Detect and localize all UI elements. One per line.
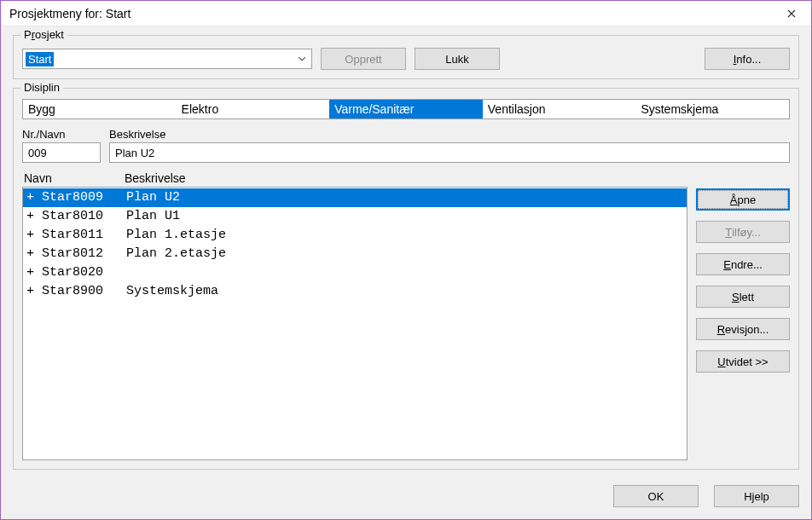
slett-button[interactable]: Slett xyxy=(696,286,790,308)
dialog-footer: OK Hjelp xyxy=(1,477,811,519)
file-list[interactable]: + Star8009 Plan U2+ Star8010 Plan U1+ St… xyxy=(22,187,687,460)
list-item[interactable]: + Star8009 Plan U2 xyxy=(23,188,687,207)
disiplin-tabs: ByggElektroVarme/SanitærVentilasjonSyste… xyxy=(22,99,790,119)
disiplin-tab[interactable]: Bygg xyxy=(23,100,177,118)
prosjekt-value: Start xyxy=(26,52,54,66)
revisjon-button[interactable]: Revisjon... xyxy=(696,318,790,340)
beskrivelse-label: Beskrivelse xyxy=(109,128,790,141)
prosjekt-combo[interactable]: Start xyxy=(22,49,312,69)
nr-label: Nr./Navn xyxy=(22,128,101,141)
list-item[interactable]: + Star8011 Plan 1.etasje xyxy=(23,226,687,245)
prosjekt-legend: Prosjekt xyxy=(20,28,67,41)
ok-button[interactable]: OK xyxy=(613,485,699,507)
opprett-button: Opprett xyxy=(321,48,406,70)
list-header-navn: Navn xyxy=(22,171,125,185)
disiplin-tab[interactable]: Varme/Sanitær xyxy=(329,100,483,118)
beskrivelse-input[interactable] xyxy=(109,142,790,163)
apne-button[interactable]: Åpne xyxy=(696,188,790,211)
disiplin-tab[interactable]: Systemskjema xyxy=(635,100,789,118)
close-icon xyxy=(787,9,796,18)
list-item[interactable]: + Star8010 Plan U1 xyxy=(23,207,687,226)
info-button[interactable]: Info... xyxy=(705,48,790,70)
prosjekt-group: Prosjekt Start Opprett Lukk Info... xyxy=(13,35,799,79)
endre-button[interactable]: Endre... xyxy=(696,253,790,275)
titlebar: Prosjektmeny for: Start xyxy=(1,1,811,26)
close-button[interactable] xyxy=(772,1,811,26)
utvidet-button[interactable]: Utvidet >> xyxy=(696,350,790,373)
disiplin-group: Disiplin ByggElektroVarme/SanitærVentila… xyxy=(13,88,799,470)
list-header-beskrivelse: Beskrivelse xyxy=(125,171,687,185)
hjelp-button[interactable]: Hjelp xyxy=(714,485,799,507)
chevron-down-icon xyxy=(294,51,310,66)
disiplin-legend: Disiplin xyxy=(20,81,63,94)
disiplin-tab[interactable]: Elektro xyxy=(177,100,330,118)
list-item[interactable]: + Star8900 Systemskjema xyxy=(23,282,687,301)
lukk-button[interactable]: Lukk xyxy=(415,48,500,70)
list-item[interactable]: + Star8012 Plan 2.etasje xyxy=(23,245,687,263)
disiplin-tab[interactable]: Ventilasjon xyxy=(483,100,636,118)
list-item[interactable]: + Star8020 xyxy=(23,263,687,282)
window-title: Prosjektmeny for: Start xyxy=(9,7,130,20)
tilfoy-button: Tilføy... xyxy=(696,221,790,243)
dialog-window: Prosjektmeny for: Start Prosjekt Start O… xyxy=(0,0,812,520)
nr-input[interactable] xyxy=(22,142,101,163)
